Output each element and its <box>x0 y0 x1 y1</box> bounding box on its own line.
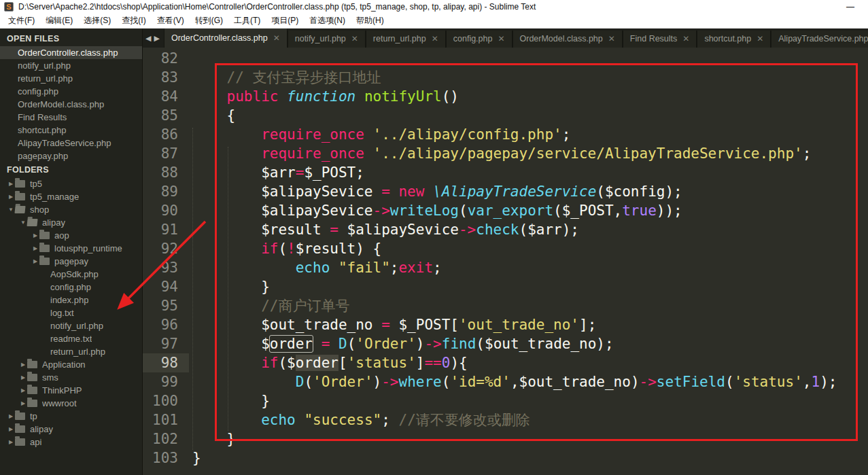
open-file-item[interactable]: config.php <box>0 85 142 98</box>
open-file-item[interactable]: shortcut.php <box>0 124 142 137</box>
menu-item[interactable]: 项目(P) <box>266 13 304 29</box>
editor-tab[interactable]: return_url.php✕ <box>366 31 446 48</box>
tree-folder-item[interactable]: ▶lotusphp_runtime <box>0 242 142 255</box>
menu-item[interactable]: 编辑(E) <box>40 13 78 29</box>
tab-nav-back-icon[interactable]: ◀ <box>145 34 151 43</box>
tree-file-item[interactable]: AopSdk.php <box>0 268 142 281</box>
close-icon[interactable]: ✕ <box>608 31 615 48</box>
open-file-item[interactable]: notify_url.php <box>0 59 142 72</box>
tree-folder-item[interactable]: ▼shop <box>0 203 142 216</box>
editor-tab[interactable]: OrderModel.class.php✕ <box>513 31 623 48</box>
code-text: public function notifyUrl() <box>189 87 459 106</box>
tree-folder-item[interactable]: ▶Application <box>0 358 142 371</box>
code-token: $out_trade_no <box>192 317 381 333</box>
tree-folder-item[interactable]: ▶tp <box>0 410 142 423</box>
code-token: $result) { <box>296 241 381 257</box>
tree-file-item[interactable]: return_url.php <box>0 345 142 358</box>
editor-tab[interactable]: OrderController.class.php✕ <box>164 29 288 48</box>
menu-item[interactable]: 转到(G) <box>190 13 228 29</box>
code-token: $alipaySevice <box>192 203 373 219</box>
chevron-right-icon[interactable]: ▶ <box>7 177 15 190</box>
open-file-item[interactable]: AlipayTradeService.php <box>0 137 142 149</box>
tree-folder-item[interactable]: ▶sms <box>0 371 142 384</box>
open-file-item[interactable]: pagepay.php <box>0 149 142 162</box>
tree-file-item[interactable]: config.php <box>0 281 142 294</box>
code-token <box>330 260 338 276</box>
editor-tab[interactable]: Find Results✕ <box>623 31 697 48</box>
chevron-right-icon[interactable]: ▶ <box>19 397 27 410</box>
chevron-right-icon[interactable]: ▶ <box>31 255 39 268</box>
close-icon[interactable]: ✕ <box>682 31 689 48</box>
editor-column: ◀ ▶ OrderController.class.php✕notify_url… <box>143 29 868 475</box>
tree-folder-item[interactable]: ▶pagepay <box>0 255 142 268</box>
minimize-button[interactable]: — <box>837 1 864 13</box>
close-icon[interactable]: ✕ <box>273 30 280 47</box>
tab-label: OrderController.class.php <box>171 30 268 47</box>
tree-folder-item[interactable]: ▶tp5_manage <box>0 190 142 203</box>
tree-file-item[interactable]: readme.txt <box>0 332 142 345</box>
tree-folder-item[interactable]: ▶alipay <box>0 423 142 436</box>
code-token: '../alipay/pagepay/service/AlipayTradeSe… <box>373 145 803 162</box>
code-token: true <box>622 203 657 219</box>
menu-item[interactable]: 查看(V) <box>152 13 190 29</box>
tree-folder-item[interactable]: ▶api <box>0 436 142 448</box>
menu-item[interactable]: 工具(T) <box>228 13 266 29</box>
tree-folder-item[interactable]: ▶wwwroot <box>0 397 142 410</box>
open-files-list: OrderController.class.phpnotify_url.phpr… <box>0 46 142 162</box>
menu-item[interactable]: 文件(F) <box>3 13 40 29</box>
close-icon[interactable]: ✕ <box>432 31 438 48</box>
tab-bar: ◀ ▶ OrderController.class.php✕notify_url… <box>143 29 868 48</box>
code-token <box>192 241 261 257</box>
code-text: } <box>189 448 201 468</box>
tree-file-item[interactable]: index.php <box>0 294 142 306</box>
code-text: require_once '../alipay/pagepay/service/… <box>189 144 811 163</box>
code-line: 97 $order = D('Order')->find($out_trade_… <box>143 334 868 353</box>
chevron-down-icon[interactable]: ▼ <box>7 203 15 216</box>
code-text: //商户订单号 <box>189 296 349 315</box>
tree-file-item[interactable]: notify_url.php <box>0 319 142 332</box>
tree-item-label: return_url.php <box>50 345 105 358</box>
editor-tab[interactable]: shortcut.php✕ <box>697 31 771 48</box>
tree-folder-item[interactable]: ▶tp5 <box>0 177 142 190</box>
menu-item[interactable]: 首选项(N) <box>304 13 351 29</box>
chevron-right-icon[interactable]: ▶ <box>7 436 15 448</box>
line-number: 95 <box>143 296 189 315</box>
code-token: = <box>330 222 338 238</box>
close-icon[interactable]: ✕ <box>498 31 504 48</box>
line-number: 84 <box>143 87 189 106</box>
code-token <box>192 374 296 390</box>
open-file-item[interactable]: Find Results <box>0 111 142 124</box>
code-token: ($arr); <box>519 222 579 238</box>
open-file-item[interactable]: OrderController.class.php <box>0 46 142 59</box>
code-token: { <box>192 107 235 124</box>
editor-tab[interactable]: config.php✕ <box>446 31 513 48</box>
editor-tab[interactable]: AlipayTradeService.php✕ <box>771 31 868 48</box>
code-area[interactable]: 8283 // 支付宝异步接口地址84 public function noti… <box>143 48 868 475</box>
menu-item[interactable]: 查找(I) <box>116 13 151 29</box>
chevron-right-icon[interactable]: ▶ <box>31 229 39 242</box>
menu-item[interactable]: 选择(S) <box>78 13 116 29</box>
chevron-right-icon[interactable]: ▶ <box>19 384 27 397</box>
close-icon[interactable]: ✕ <box>757 31 763 48</box>
code-token: require_once <box>261 145 364 162</box>
code-token: -> <box>640 374 657 390</box>
chevron-right-icon[interactable]: ▶ <box>7 423 15 436</box>
chevron-down-icon[interactable]: ▼ <box>19 216 27 229</box>
code-token: -> <box>459 222 476 238</box>
chevron-right-icon[interactable]: ▶ <box>19 358 27 371</box>
chevron-right-icon[interactable]: ▶ <box>19 371 27 384</box>
chevron-right-icon[interactable]: ▶ <box>7 190 15 203</box>
code-token: ( <box>304 374 313 390</box>
editor-tab[interactable]: notify_url.php✕ <box>288 31 366 48</box>
tree-file-item[interactable]: log.txt <box>0 306 142 319</box>
open-file-item[interactable]: OrderModel.class.php <box>0 98 142 111</box>
tree-folder-item[interactable]: ▼alipay <box>0 216 142 229</box>
open-file-item[interactable]: return_url.php <box>0 72 142 85</box>
tab-nav-forward-icon[interactable]: ▶ <box>154 34 159 43</box>
tree-folder-item[interactable]: ▶ThinkPHP <box>0 384 142 397</box>
close-icon[interactable]: ✕ <box>351 31 358 48</box>
tree-folder-item[interactable]: ▶aop <box>0 229 142 242</box>
chevron-right-icon[interactable]: ▶ <box>31 242 39 255</box>
chevron-right-icon[interactable]: ▶ <box>7 410 15 423</box>
menu-item[interactable]: 帮助(H) <box>351 13 389 29</box>
